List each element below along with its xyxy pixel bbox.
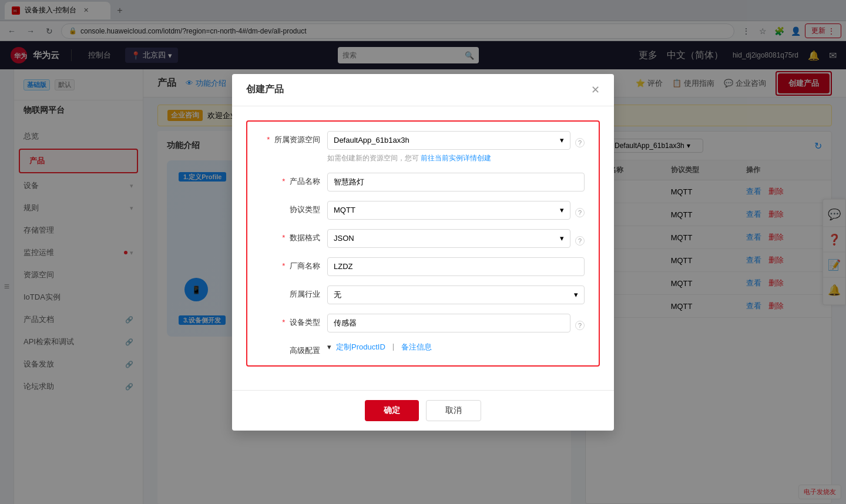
device-type-input[interactable]: [327, 314, 570, 332]
advanced-config-toggle[interactable]: ▾ 定制ProductID | 备注信息: [327, 342, 585, 352]
industry-select[interactable]: 无 ▾: [327, 285, 585, 304]
device-type-control: ?: [327, 314, 585, 332]
resource-space-help[interactable]: ?: [575, 138, 585, 147]
industry-arrow: ▾: [574, 290, 578, 299]
modal-body: * 所属资源空间 DefaultApp_61b1ax3h ▾ ? 如需创建: [232, 106, 614, 390]
industry-value: 无: [334, 290, 341, 300]
resource-space-select[interactable]: DefaultApp_61b1ax3h ▾: [327, 131, 570, 150]
data-format-value: JSON: [334, 234, 354, 243]
advanced-arrow-icon: ▾: [327, 342, 331, 351]
modal-overlay: 创建产品 ✕ * 所属资源空间 DefaultApp_61b1ax3h ▾: [0, 0, 846, 504]
advanced-config-label: 高级配置: [261, 342, 320, 356]
resource-space-arrow: ▾: [560, 136, 564, 145]
product-name-input[interactable]: [327, 173, 585, 191]
resource-space-link[interactable]: 前往当前实例详情创建: [421, 154, 491, 162]
data-format-row: * 数据格式 JSON ▾ ?: [261, 229, 585, 248]
resource-space-label: * 所属资源空间: [261, 131, 320, 145]
protocol-value: MQTT: [334, 206, 355, 214]
protocol-control: MQTT ▾ ?: [327, 201, 585, 220]
advanced-config-row: 高级配置 ▾ 定制ProductID | 备注信息: [261, 342, 585, 356]
data-format-arrow: ▾: [560, 234, 564, 243]
resource-space-hint: 如需创建新的资源空间，您可 前往当前实例详情创建: [327, 153, 585, 163]
confirm-btn[interactable]: 确定: [365, 400, 419, 421]
industry-control: 无 ▾: [327, 285, 585, 304]
device-type-row: * 设备类型 ?: [261, 314, 585, 332]
advanced-config-control: ▾ 定制ProductID | 备注信息: [327, 342, 585, 352]
protocol-help[interactable]: ?: [575, 208, 585, 217]
protocol-label: 协议类型: [261, 201, 320, 215]
data-format-select[interactable]: JSON ▾: [327, 229, 570, 248]
modal-close-btn[interactable]: ✕: [591, 83, 600, 96]
product-name-control: [327, 173, 585, 191]
industry-label: 所属行业: [261, 285, 320, 300]
form-section: * 所属资源空间 DefaultApp_61b1ax3h ▾ ? 如需创建: [246, 120, 600, 367]
data-format-help[interactable]: ?: [575, 236, 585, 246]
product-name-label: * 产品名称: [261, 173, 320, 187]
industry-row: 所属行业 无 ▾: [261, 285, 585, 304]
product-name-row: * 产品名称: [261, 173, 585, 191]
advanced-item1[interactable]: 定制ProductID: [336, 342, 385, 352]
advanced-items: 定制ProductID | 备注信息: [336, 342, 432, 352]
device-type-label: * 设备类型: [261, 314, 320, 328]
modal-title: 创建产品: [246, 83, 284, 96]
advanced-divider: |: [392, 342, 394, 352]
resource-space-value: DefaultApp_61b1ax3h: [334, 136, 409, 145]
manufacturer-label: * 厂商名称: [261, 257, 320, 271]
cancel-btn[interactable]: 取消: [426, 400, 481, 421]
advanced-item2[interactable]: 备注信息: [401, 342, 432, 352]
protocol-select[interactable]: MQTT ▾: [327, 201, 570, 220]
data-format-label: * 数据格式: [261, 229, 320, 243]
device-type-help[interactable]: ?: [575, 321, 585, 330]
modal-header: 创建产品 ✕: [232, 74, 614, 106]
create-product-modal: 创建产品 ✕ * 所属资源空间 DefaultApp_61b1ax3h ▾: [232, 74, 614, 431]
protocol-arrow: ▾: [560, 206, 564, 214]
modal-footer: 确定 取消: [232, 390, 614, 431]
protocol-row: 协议类型 MQTT ▾ ?: [261, 201, 585, 220]
resource-space-control: DefaultApp_61b1ax3h ▾ ? 如需创建新的资源空间，您可 前往…: [327, 131, 585, 163]
manufacturer-row: * 厂商名称: [261, 257, 585, 276]
manufacturer-input[interactable]: [327, 257, 585, 276]
data-format-control: JSON ▾ ?: [327, 229, 585, 248]
resource-space-row: * 所属资源空间 DefaultApp_61b1ax3h ▾ ? 如需创建: [261, 131, 585, 163]
manufacturer-control: [327, 257, 585, 276]
